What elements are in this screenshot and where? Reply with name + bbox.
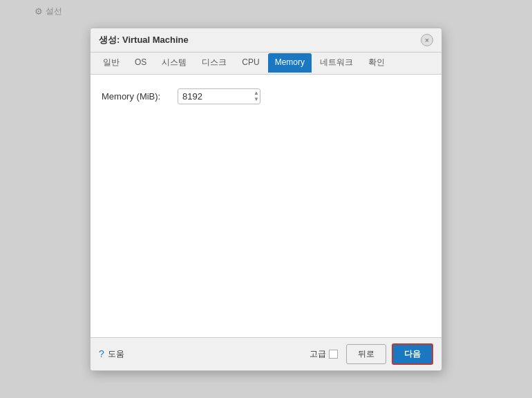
tab-confirm[interactable]: 확인 — [361, 53, 392, 74]
next-button[interactable]: 다음 — [392, 343, 433, 365]
dialog-titlebar: 생성: Virtual Machine × — [91, 28, 441, 53]
settings-gear-icon: ⚙ — [35, 6, 43, 17]
tab-cpu[interactable]: CPU — [235, 53, 266, 73]
back-button[interactable]: 뒤로 — [346, 344, 386, 364]
tab-memory[interactable]: Memory — [268, 53, 312, 73]
footer-right: 고급 뒤로 다음 — [310, 343, 433, 365]
memory-label: Memory (MiB): — [102, 91, 178, 102]
advanced-label: 고급 — [310, 348, 326, 360]
help-icon: ? — [99, 348, 104, 359]
close-icon: × — [425, 36, 429, 44]
close-button[interactable]: × — [421, 34, 433, 46]
advanced-section: 고급 — [310, 348, 338, 360]
advanced-checkbox[interactable] — [329, 350, 338, 359]
tab-general[interactable]: 일반 — [96, 53, 126, 74]
tab-system[interactable]: 시스템 — [155, 53, 193, 74]
dialog-footer: ? 도움 고급 뒤로 다음 — [91, 337, 441, 370]
memory-input[interactable] — [178, 88, 260, 104]
tab-network[interactable]: 네트워크 — [313, 53, 360, 74]
memory-row: Memory (MiB): ▲ ▼ — [102, 88, 430, 104]
footer-left: ? 도움 — [99, 348, 124, 360]
dialog-title: 생성: Virtual Machine — [99, 34, 189, 46]
tab-os[interactable]: OS — [128, 53, 153, 73]
tab-disk[interactable]: 디스크 — [195, 53, 234, 74]
help-label: 도움 — [108, 348, 124, 360]
tab-bar: 일반 OS 시스템 디스크 CPU Memory 네트워크 확인 — [91, 53, 441, 75]
virtual-machine-dialog: 생성: Virtual Machine × 일반 OS 시스템 디스크 CPU … — [90, 28, 442, 371]
settings-hint-label: 설선 — [46, 6, 62, 17]
memory-spinbox-wrapper: ▲ ▼ — [178, 88, 260, 104]
dialog-content: Memory (MiB): ▲ ▼ — [91, 75, 441, 337]
